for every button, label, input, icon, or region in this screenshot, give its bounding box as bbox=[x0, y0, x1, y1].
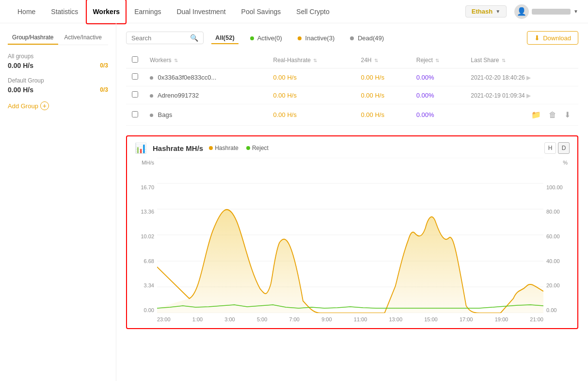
nav-home[interactable]: Home bbox=[10, 0, 43, 23]
chevron-right-icon[interactable]: ▶ bbox=[526, 74, 531, 81]
add-group-button[interactable]: Add Group + bbox=[8, 101, 108, 110]
reject-legend-label: Reject bbox=[252, 145, 269, 151]
sidebar-all-groups-label: All groups bbox=[8, 53, 108, 60]
user-dropdown-icon[interactable]: ▼ bbox=[573, 9, 578, 14]
download-label: Download bbox=[543, 34, 571, 42]
algo-dropdown-icon: ▼ bbox=[495, 9, 500, 14]
sidebar-tabs: Group/Hashrate Active/Inactive bbox=[8, 31, 108, 45]
filter-tab-all[interactable]: All(52) bbox=[211, 32, 238, 44]
sidebar-group-default: Default Group 0.00 H/s 0/3 bbox=[8, 77, 108, 94]
hashrate-sort-icon[interactable]: ⇅ bbox=[313, 58, 317, 63]
y-left-334: 3.34 bbox=[135, 282, 154, 288]
worker-hashrate-1: 0.00 H/s bbox=[268, 86, 355, 104]
y-right-unit: % bbox=[546, 160, 570, 166]
worker-reject-0: 0.00% bbox=[411, 68, 465, 86]
last-share-sort-icon[interactable]: ⇅ bbox=[502, 58, 506, 63]
worker-reject-1: 0.00% bbox=[411, 86, 465, 104]
24h-sort-icon[interactable]: ⇅ bbox=[374, 58, 378, 63]
search-box[interactable]: 🔍 bbox=[126, 32, 204, 44]
hashrate-legend-dot bbox=[209, 146, 213, 150]
main-layout: Group/Hashrate Active/Inactive All group… bbox=[0, 23, 588, 381]
y-left-1680: 16.70 bbox=[135, 184, 154, 190]
add-group-label: Add Group bbox=[8, 102, 38, 110]
select-all-checkbox[interactable] bbox=[132, 56, 138, 63]
sidebar: Group/Hashrate Active/Inactive All group… bbox=[0, 23, 116, 381]
worker-24h-0: 0.00 H/s bbox=[355, 68, 411, 86]
worker-last-share-2: 📁 🗑 ⬇ bbox=[465, 104, 578, 126]
chart-title: Hashrate MH/s bbox=[153, 144, 203, 152]
row-checkbox-2[interactable] bbox=[132, 111, 138, 117]
navbar: Home Statistics Workers Earnings Dual In… bbox=[0, 0, 588, 23]
chevron-right-icon[interactable]: ▶ bbox=[526, 92, 531, 99]
chart-legend: Hashrate Reject bbox=[209, 145, 269, 151]
filter-bar: 🔍 All(52) Active(0) Inactive(3) Dead(49)… bbox=[126, 31, 578, 45]
worker-reject-2: 0.00% bbox=[411, 104, 465, 126]
x-axis-labels: 23:00 1:00 3:00 5:00 7:00 9:00 11:00 13:… bbox=[157, 316, 543, 322]
sidebar-tab-group-hashrate[interactable]: Group/Hashrate bbox=[8, 31, 58, 45]
delete-icon[interactable]: 🗑 bbox=[547, 110, 558, 120]
folder-icon[interactable]: 📁 bbox=[529, 109, 543, 120]
nav-pool-savings[interactable]: Pool Savings bbox=[234, 0, 289, 23]
reject-legend-dot bbox=[246, 146, 250, 150]
worker-24h-1: 0.00 H/s bbox=[355, 86, 411, 104]
filter-tab-dead[interactable]: Dead(49) bbox=[346, 33, 388, 44]
range-d-button[interactable]: D bbox=[558, 142, 570, 154]
user-avatar[interactable]: 👤 bbox=[514, 4, 529, 19]
active-dot-icon bbox=[250, 36, 254, 40]
user-name-blurred bbox=[532, 9, 571, 15]
y-left-unit: MH/s bbox=[135, 160, 154, 166]
search-input[interactable] bbox=[131, 34, 187, 42]
search-icon: 🔍 bbox=[190, 34, 198, 42]
filter-tab-inactive[interactable]: Inactive(3) bbox=[294, 33, 338, 44]
y-right-0: 0.00 bbox=[546, 307, 570, 313]
inactive-dot-icon bbox=[298, 36, 302, 40]
sidebar-group-all: All groups 0.00 H/s 0/3 bbox=[8, 53, 108, 69]
download-button[interactable]: ⬇ Download bbox=[527, 31, 578, 45]
sidebar-all-groups-hash: 0.00 H/s 0/3 bbox=[8, 62, 108, 69]
sidebar-tab-active-inactive[interactable]: Active/Inactive bbox=[58, 31, 109, 45]
col-workers: Workers ⇅ bbox=[144, 52, 268, 68]
algo-selector[interactable]: Ethash ▼ bbox=[465, 5, 507, 17]
y-right-100: 100.00 bbox=[546, 184, 570, 190]
y-right-40: 40.00 bbox=[546, 258, 570, 264]
worker-name-0: 0x336a3f0e833cc0... bbox=[144, 68, 268, 86]
chart-section: 📊 Hashrate MH/s Hashrate Reject H D bbox=[126, 135, 578, 329]
worker-last-share-1: 2021-02-19 01:09:34 ▶ bbox=[465, 86, 578, 104]
sidebar-default-group-ratio: 0/3 bbox=[100, 86, 108, 93]
y-left-668: 6.68 bbox=[135, 258, 154, 264]
main-content: 🔍 All(52) Active(0) Inactive(3) Dead(49)… bbox=[116, 23, 588, 381]
y-left-1336: 13.36 bbox=[135, 209, 154, 215]
user-area: 👤 ▼ bbox=[514, 4, 578, 19]
filter-tab-active[interactable]: Active(0) bbox=[246, 33, 286, 44]
worker-name-2: Bags bbox=[144, 104, 268, 126]
nav-workers[interactable]: Workers bbox=[86, 0, 127, 24]
col-reject: Reject ⇅ bbox=[411, 52, 465, 68]
nav-earnings[interactable]: Earnings bbox=[127, 0, 169, 23]
worker-name-1: Adreno991732 bbox=[144, 86, 268, 104]
sidebar-all-groups-ratio: 0/3 bbox=[100, 62, 108, 69]
download-icon: ⬇ bbox=[534, 34, 540, 42]
col-last-share: Last Share ⇅ bbox=[465, 52, 578, 68]
nav-dual-investment[interactable]: Dual Investment bbox=[169, 0, 233, 23]
range-h-button[interactable]: H bbox=[544, 142, 556, 154]
y-right-60: 60.00 bbox=[546, 233, 570, 239]
workers-sort-icon[interactable]: ⇅ bbox=[174, 58, 178, 63]
col-24h: 24H ⇅ bbox=[355, 52, 411, 68]
y-right-20: 20.00 bbox=[546, 282, 570, 288]
reject-sort-icon[interactable]: ⇅ bbox=[435, 58, 439, 63]
add-group-icon: + bbox=[40, 101, 49, 110]
row-checkbox-1[interactable] bbox=[132, 91, 138, 98]
legend-reject: Reject bbox=[246, 145, 269, 151]
nav-sell-crypto[interactable]: Sell Crypto bbox=[288, 0, 337, 23]
worker-hashrate-0: 0.00 H/s bbox=[268, 68, 355, 86]
nav-statistics[interactable]: Statistics bbox=[43, 0, 86, 23]
algo-label: Ethash bbox=[472, 8, 493, 15]
worker-last-share-0: 2021-02-20 18:40:26 ▶ bbox=[465, 68, 578, 86]
worker-hashrate-2: 0.00 H/s bbox=[268, 104, 355, 126]
download-row-icon[interactable]: ⬇ bbox=[562, 109, 572, 120]
y-left-0: 0.00 bbox=[135, 307, 154, 313]
chart-svg bbox=[157, 158, 543, 313]
table-row: 0x336a3f0e833cc0... 0.00 H/s 0.00 H/s 0.… bbox=[126, 68, 578, 86]
worker-status-dot-2 bbox=[150, 114, 153, 117]
row-checkbox-0[interactable] bbox=[132, 73, 138, 80]
